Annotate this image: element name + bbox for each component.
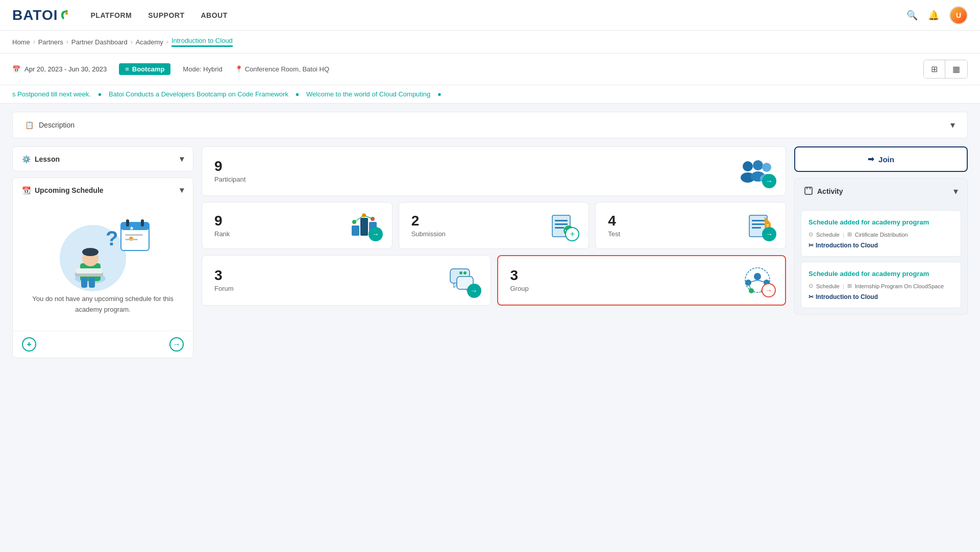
right-panel: ➡ Join Activity ▾ xyxy=(794,146,968,364)
schedule-footer: + → xyxy=(13,331,193,358)
svg-point-49 xyxy=(459,271,462,274)
location-text: Conference Room, Batoi HQ xyxy=(245,65,329,73)
svg-rect-9 xyxy=(76,268,102,273)
nav-platform[interactable]: PLATFORM xyxy=(91,1,132,30)
group-label: Group xyxy=(510,285,529,292)
mode-text: Mode: Hybrid xyxy=(183,65,222,73)
nav-about[interactable]: ABOUT xyxy=(201,1,227,30)
location-icon: 📍 xyxy=(235,65,243,73)
activity-section: Activity ▾ Schedule added for academy pr… xyxy=(794,178,968,315)
test-label: Test xyxy=(608,230,620,238)
schedule-illustration: ? ★ xyxy=(52,212,154,294)
logo[interactable]: BATOI xyxy=(12,7,70,23)
breadcrumb-partners[interactable]: Partners xyxy=(38,38,63,46)
svg-rect-12 xyxy=(121,222,149,230)
ticker: s Postponed till next week. ● Batoi Cond… xyxy=(0,85,980,104)
test-arrow-btn[interactable]: → xyxy=(762,227,776,241)
breadcrumb-home[interactable]: Home xyxy=(12,38,30,46)
description-label: Description xyxy=(39,121,75,129)
activity-card-1-meta: ⊙ Schedule | ⊞ Cirtificate Distribution xyxy=(808,231,953,238)
avatar[interactable]: U xyxy=(949,6,968,24)
svg-point-52 xyxy=(754,273,761,280)
navbar-nav: PLATFORM SUPPORT ABOUT xyxy=(91,1,906,30)
notification-icon[interactable]: 🔔 xyxy=(928,10,939,21)
activity-card-2-link[interactable]: ✂ Introduction to Cloud xyxy=(808,293,953,300)
svg-rect-41 xyxy=(752,227,761,229)
activity-card-2: Schedule added for academy program ⊙ Sch… xyxy=(801,262,961,308)
svg-rect-36 xyxy=(555,227,564,229)
svg-rect-39 xyxy=(752,220,765,221)
breadcrumb-partner-dashboard[interactable]: Partner Dashboard xyxy=(71,38,128,46)
schedule-arrow-btn[interactable]: → xyxy=(169,337,184,352)
join-button[interactable]: ➡ Join xyxy=(794,146,968,172)
activity-label: Activity xyxy=(817,187,843,195)
schedule-empty-state: ? ★ You do not have any upcoming schedul… xyxy=(13,202,193,331)
activity-cards-list: Schedule added for academy program ⊙ Sch… xyxy=(795,204,967,314)
view-list-btn[interactable]: ⊞ xyxy=(924,60,945,78)
breadcrumb-sep-3: › xyxy=(131,38,133,45)
activity-sep-2: | xyxy=(843,283,844,289)
logo-leaf-icon xyxy=(59,10,70,21)
svg-rect-40 xyxy=(752,223,765,225)
lesson-header-left: ⚙️ Lesson xyxy=(22,155,60,163)
lesson-header[interactable]: ⚙️ Lesson ▾ xyxy=(13,147,193,171)
svg-rect-4 xyxy=(81,278,87,288)
forum-number: 3 xyxy=(214,268,234,283)
activity-radio-icon-1: ⊙ xyxy=(808,231,813,238)
group-arrow-btn[interactable]: → xyxy=(762,283,776,297)
upcoming-schedule-header[interactable]: 📆 Upcoming Schedule ▾ xyxy=(13,178,193,202)
submission-plus-btn[interactable]: + xyxy=(565,227,579,241)
svg-rect-5 xyxy=(89,278,95,288)
bootcamp-icon: ≡ xyxy=(125,65,129,73)
activity-card-2-meta1: Schedule xyxy=(816,283,840,289)
svg-point-21 xyxy=(753,160,763,170)
rank-card: 9 Rank → xyxy=(202,202,393,249)
schedule-add-btn[interactable]: + xyxy=(22,337,36,352)
nav-support[interactable]: SUPPORT xyxy=(148,1,184,30)
join-icon: ➡ xyxy=(868,155,874,164)
submission-label: Submission xyxy=(411,230,446,238)
calendar-icon: 📅 xyxy=(12,65,20,73)
breadcrumb: Home › Partners › Partner Dashboard › Ac… xyxy=(0,31,980,54)
svg-rect-26 xyxy=(360,218,368,236)
activity-grid-icon-2: ⊞ xyxy=(847,283,852,289)
lesson-chevron: ▾ xyxy=(180,154,184,164)
forum-label: Forum xyxy=(214,285,234,292)
left-sidebar: ⚙️ Lesson ▾ 📆 Upcoming Schedule ▾ xyxy=(12,146,193,364)
activity-card-2-title: Schedule added for academy program xyxy=(808,269,953,279)
submission-card: 2 Submission + xyxy=(399,202,590,249)
rank-stats: 9 Rank xyxy=(214,214,230,238)
activity-card-1-meta2: Cirtificate Distribution xyxy=(855,232,908,238)
ticker-item-2: Batoi Conducts a Developers Bootcamp on … xyxy=(109,90,288,98)
bootcamp-badge: ≡ Bootcamp xyxy=(119,63,170,75)
lesson-label: Lesson xyxy=(35,155,60,163)
stats-row-3: 3 Forum → 3 Group xyxy=(202,255,786,306)
breadcrumb-intro-cloud[interactable]: Introduction to Cloud xyxy=(172,37,233,46)
activity-grid-icon-1: ⊞ xyxy=(847,231,852,238)
test-number: 4 xyxy=(608,214,620,228)
svg-point-7 xyxy=(82,248,99,256)
navbar: BATOI PLATFORM SUPPORT ABOUT 🔍 🔔 U xyxy=(0,0,980,31)
search-icon[interactable]: 🔍 xyxy=(906,10,918,21)
lesson-icon: ⚙️ xyxy=(22,155,31,163)
forum-arrow-btn[interactable]: → xyxy=(467,284,481,298)
date-range-text: Apr 20, 2023 - Jun 30, 2023 xyxy=(24,65,107,73)
svg-point-50 xyxy=(463,271,467,274)
participant-arrow-btn[interactable]: → xyxy=(762,174,776,188)
svg-rect-17 xyxy=(125,239,138,240)
rank-arrow-btn[interactable]: → xyxy=(369,227,383,241)
activity-icon xyxy=(804,186,813,197)
description-section[interactable]: 📋 Description ▾ xyxy=(12,112,968,138)
test-card: 4 Test → xyxy=(595,202,786,249)
activity-link-icon-2: ✂ xyxy=(808,293,814,300)
activity-card-1-link[interactable]: ✂ Introduction to Cloud xyxy=(808,242,953,249)
location: 📍 Conference Room, Batoi HQ xyxy=(235,65,329,73)
activity-header[interactable]: Activity ▾ xyxy=(795,179,967,204)
view-grid-btn[interactable]: ▦ xyxy=(945,60,967,78)
participant-card: 9 Participant → xyxy=(202,146,786,196)
svg-point-19 xyxy=(743,161,753,171)
breadcrumb-academy[interactable]: Academy xyxy=(136,38,163,46)
description-icon: 📋 xyxy=(25,121,34,129)
group-number: 3 xyxy=(510,268,529,283)
svg-point-23 xyxy=(762,163,771,172)
